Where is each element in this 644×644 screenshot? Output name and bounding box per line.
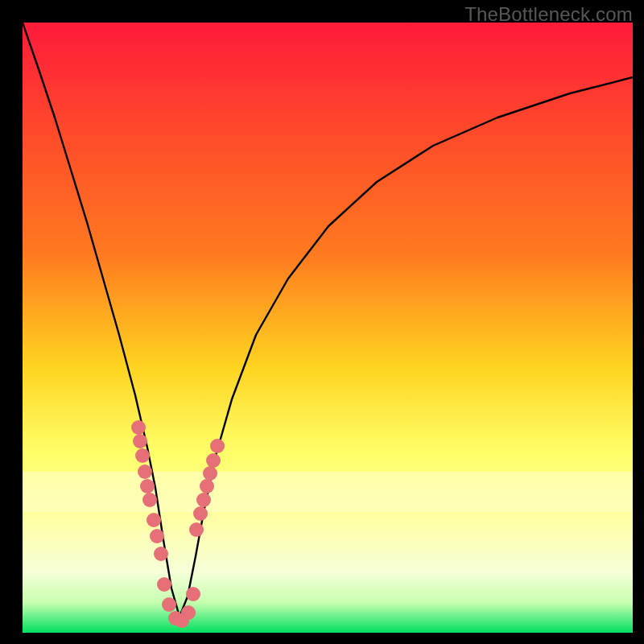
data-dot — [140, 479, 155, 493]
data-dot — [186, 587, 200, 601]
data-dot — [131, 420, 146, 435]
data-dot — [138, 464, 152, 479]
data-dot — [142, 493, 157, 507]
data-dot — [206, 453, 221, 468]
data-dot — [135, 448, 150, 463]
data-dot — [181, 605, 196, 620]
data-dot — [200, 479, 214, 493]
perfect-band — [23, 472, 633, 512]
data-dot — [210, 439, 225, 453]
data-dot — [162, 597, 176, 612]
data-dot — [193, 506, 208, 521]
data-dot — [154, 547, 168, 561]
plot-area — [23, 23, 633, 633]
data-dot — [150, 529, 164, 543]
data-dot — [147, 513, 161, 527]
data-dot — [189, 522, 204, 537]
chart-svg — [23, 23, 633, 633]
data-dot — [196, 493, 211, 507]
data-dot — [157, 577, 171, 592]
data-dot — [203, 466, 217, 481]
gradient-background — [23, 23, 633, 633]
chart-outer-frame: TheBottleneck.com — [0, 0, 644, 644]
data-dot — [133, 434, 147, 448]
